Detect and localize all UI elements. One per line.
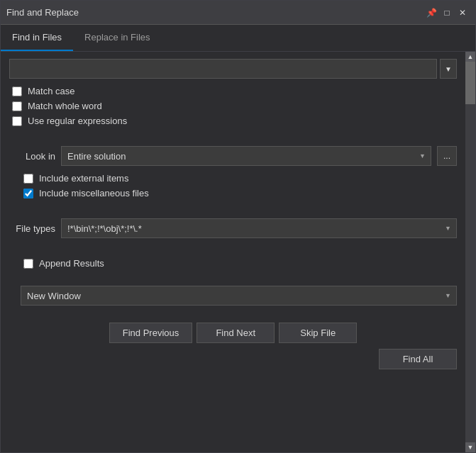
look-in-label: Look in <box>9 151 55 162</box>
find-next-button[interactable]: Find Next <box>197 323 275 343</box>
look-in-wrapper: Entire solution Current Project Current … <box>61 146 431 166</box>
include-misc-label[interactable]: Include miscellaneous files <box>39 188 149 198</box>
scroll-thumb[interactable] <box>465 62 475 104</box>
file-types-select[interactable]: !*\bin\*;!*\obj\*;!*\.* <box>61 218 457 238</box>
match-whole-word-label[interactable]: Match whole word <box>28 101 102 111</box>
include-misc-row: Include miscellaneous files <box>21 188 457 198</box>
tab-replace-in-files[interactable]: Replace in Files <box>73 25 162 51</box>
append-results-section: Append Results <box>9 258 457 269</box>
main-panel: ▼ Match case Match whole word Use regula… <box>1 52 465 452</box>
scrollbar[interactable]: ▲ ▼ <box>465 52 475 452</box>
title-bar: Find and Replace 📌 □ ✕ <box>1 1 475 25</box>
match-whole-word-row: Match whole word <box>9 101 457 111</box>
search-input[interactable] <box>9 59 437 79</box>
look-in-row: Look in Entire solution Current Project … <box>9 146 457 166</box>
use-regex-label[interactable]: Use regular expressions <box>28 116 127 126</box>
output-section: New Window Current Window <box>9 286 457 306</box>
find-replace-window: Find and Replace 📌 □ ✕ Find in Files Rep… <box>0 0 476 453</box>
include-misc-checkbox[interactable] <box>23 189 33 198</box>
append-results-row: Append Results <box>21 258 457 269</box>
pin-button[interactable]: 📌 <box>424 6 438 20</box>
use-regex-checkbox[interactable] <box>12 116 22 126</box>
title-controls: 📌 □ ✕ <box>424 6 470 20</box>
search-row: ▼ <box>9 59 457 79</box>
file-types-label: File types <box>9 223 55 234</box>
close-button[interactable]: ✕ <box>455 6 470 20</box>
primary-buttons-row: Find Previous Find Next Skip File <box>9 323 457 343</box>
search-dropdown-button[interactable]: ▼ <box>440 59 457 79</box>
skip-file-button[interactable]: Skip File <box>279 323 357 343</box>
use-regex-row: Use regular expressions <box>9 116 457 126</box>
output-wrapper: New Window Current Window <box>21 286 457 306</box>
scroll-track[interactable] <box>465 62 475 442</box>
file-types-wrapper: !*\bin\*;!*\obj\*;!*\.* <box>61 218 457 238</box>
includes-section: Include external items Include miscellan… <box>9 173 457 198</box>
window-title: Find and Replace <box>6 7 79 18</box>
tabs-bar: Find in Files Replace in Files <box>1 25 475 52</box>
file-types-row: File types !*\bin\*;!*\obj\*;!*\.* <box>9 218 457 238</box>
tab-find-in-files[interactable]: Find in Files <box>1 25 73 51</box>
scroll-up-button[interactable]: ▲ <box>465 52 475 62</box>
match-case-row: Match case <box>9 86 457 96</box>
maximize-button[interactable]: □ <box>440 6 454 20</box>
find-all-button[interactable]: Find All <box>379 349 457 369</box>
look-in-select[interactable]: Entire solution Current Project Current … <box>61 146 431 166</box>
include-external-label[interactable]: Include external items <box>39 173 128 184</box>
append-results-checkbox[interactable] <box>23 259 33 269</box>
output-select[interactable]: New Window Current Window <box>21 286 457 306</box>
scroll-down-button[interactable]: ▼ <box>465 442 475 452</box>
include-external-row: Include external items <box>21 173 457 184</box>
find-previous-button[interactable]: Find Previous <box>109 323 192 343</box>
append-results-label[interactable]: Append Results <box>39 258 104 269</box>
include-external-checkbox[interactable] <box>23 174 33 184</box>
match-case-label[interactable]: Match case <box>28 86 74 96</box>
content-area: ▼ Match case Match whole word Use regula… <box>1 52 475 452</box>
secondary-buttons-row: Find All <box>9 349 457 369</box>
browse-button[interactable]: ... <box>437 146 457 166</box>
match-whole-word-checkbox[interactable] <box>12 101 22 111</box>
match-case-checkbox[interactable] <box>12 86 22 96</box>
